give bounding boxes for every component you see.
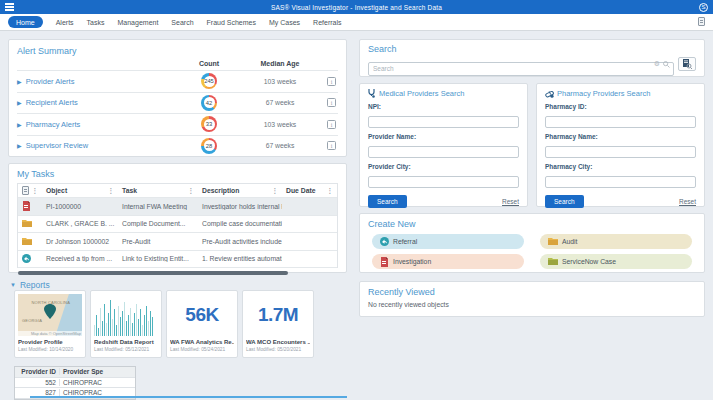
chevron-right-icon[interactable]: ▶: [17, 78, 22, 85]
reports-title: Reports: [20, 280, 50, 290]
task-column-header[interactable]: Task: [122, 187, 137, 194]
provider-specialty: CHIROPRAC: [59, 379, 135, 386]
pharmacy-search-button[interactable]: Search: [545, 195, 584, 208]
sas-badge-icon[interactable]: S: [699, 3, 708, 12]
column-menu-icon[interactable]: ⋮: [32, 187, 39, 195]
create-referral-button[interactable]: Referral: [372, 234, 524, 249]
page-report-icon[interactable]: [698, 17, 705, 27]
tasks-table: ⋮ Object⋮ Task⋮ Description⋮ Due Date⋮ P…: [17, 183, 338, 268]
column-menu-icon[interactable]: ⋮: [188, 187, 195, 195]
search-panel: Search ⚙: [359, 39, 705, 77]
task-row[interactable]: Received a tip from ... Link to Existing…: [18, 251, 337, 269]
object-column-header[interactable]: Object: [46, 187, 67, 194]
chevron-right-icon[interactable]: ▶: [17, 142, 22, 149]
map-attribution: Map data © OpenStreetMap: [18, 331, 82, 336]
create-servicenow-button[interactable]: ServiceNow Case: [540, 254, 692, 269]
alert-count-ring: 28: [201, 138, 217, 154]
report-card-redshift[interactable]: Redshift Data Report Last Modified: 05/1…: [90, 290, 162, 358]
provider-city-input[interactable]: [368, 176, 519, 188]
search-panel-title: Search: [368, 44, 696, 54]
pharmacy-search-title: Pharmacy Providers Search: [557, 89, 650, 98]
nav-item-alerts[interactable]: Alerts: [56, 19, 74, 26]
nav-item-search[interactable]: Search: [171, 19, 193, 26]
report-card-mco-encounters[interactable]: 1.7M WA MCO Encounters ... Last Modified…: [242, 290, 314, 358]
provider-table-header: Provider ID Provider Spe: [15, 367, 135, 378]
task-row[interactable]: Dr Johnson 1000002 Pre-Audit Pre-Audit a…: [18, 233, 337, 251]
alert-link-pharmacy[interactable]: ▶Pharmacy Alerts: [17, 120, 170, 129]
create-audit-button[interactable]: Audit: [540, 234, 692, 249]
medical-search-title: Medical Providers Search: [379, 89, 464, 98]
info-icon[interactable]: i: [327, 77, 336, 86]
alert-link-provider[interactable]: ▶Provider Alerts: [17, 77, 170, 86]
info-icon[interactable]: i: [327, 141, 336, 150]
count-column-header: Count: [170, 60, 248, 67]
reports-section-toggle[interactable]: ▼ Reports: [10, 280, 50, 290]
advanced-search-button[interactable]: [678, 57, 696, 71]
pharmacy-id-input[interactable]: [545, 116, 696, 128]
alert-row-recipient: ▶Recipient Alerts 42 67 weeks i: [17, 92, 338, 114]
column-menu-icon[interactable]: ⋮: [272, 187, 279, 195]
object-type-icon: [22, 186, 29, 195]
alert-link-recipient[interactable]: ▶Recipient Alerts: [17, 98, 170, 107]
create-investigation-button[interactable]: Investigation: [372, 254, 524, 269]
alert-summary-title: Alert Summary: [17, 46, 338, 56]
task-name: Compile Document...: [118, 220, 198, 227]
task-row[interactable]: PI-1000000 Internal FWA Meeting Investig…: [18, 198, 337, 216]
alert-link-supervisor[interactable]: ▶Supervisor Review: [17, 141, 170, 150]
alert-summary-panel: Alert Summary Count Median Age ▶Provider…: [8, 39, 347, 157]
kpi-value: 1.7M: [246, 294, 310, 336]
pharmacy-icon: [545, 89, 554, 98]
info-icon[interactable]: i: [327, 120, 336, 129]
provider-name-label: Provider Name:: [368, 133, 519, 140]
nav-item-management[interactable]: Management: [118, 19, 159, 26]
task-object: Received a tip from ...: [42, 255, 118, 262]
bar-chart-thumbnail: [94, 294, 158, 336]
create-new-title: Create New: [368, 219, 696, 229]
column-menu-icon[interactable]: ⋮: [108, 187, 115, 195]
medical-icon: [368, 89, 376, 98]
pharmacy-providers-search-panel: Pharmacy Providers Search Pharmacy ID: P…: [536, 83, 705, 207]
pharmacy-name-input[interactable]: [545, 146, 696, 158]
provider-row[interactable]: 552 CHIROPRAC: [15, 378, 135, 389]
medical-reset-link[interactable]: Reset: [502, 198, 519, 205]
alert-count-ring: 42: [201, 95, 217, 111]
alert-count-ring: 245: [201, 73, 217, 89]
map-state-label: GEORGIA: [22, 318, 42, 323]
medical-search-button[interactable]: Search: [368, 195, 407, 208]
menu-icon[interactable]: [5, 3, 14, 11]
due-date-column-header[interactable]: Due Date: [286, 187, 315, 194]
provider-name-input[interactable]: [368, 146, 519, 158]
description-column-header[interactable]: Description: [202, 187, 239, 194]
task-description: Compile case documentation: [198, 220, 282, 227]
chevron-right-icon[interactable]: ▶: [17, 99, 22, 106]
nav-item-tasks[interactable]: Tasks: [87, 19, 105, 26]
report-title: Provider Profile: [18, 339, 82, 345]
map-pin-icon: [44, 304, 56, 319]
referral-icon: [22, 254, 31, 263]
column-menu-icon[interactable]: ⋮: [327, 187, 334, 195]
median-age-value: 67 weeks: [248, 142, 312, 149]
nav-item-referrals[interactable]: Referrals: [313, 19, 341, 26]
report-card-provider-profile[interactable]: NORTH CAROLINA GEORGIA Map data © OpenSt…: [14, 290, 86, 358]
npi-input[interactable]: [368, 116, 519, 128]
horizontal-scrollbar[interactable]: [18, 271, 288, 275]
report-title: Redshift Data Report: [94, 339, 158, 345]
task-object: Dr Johnson 1000002: [42, 238, 118, 245]
pharmacy-city-label: Pharmacy City:: [545, 163, 696, 170]
task-row[interactable]: CLARK , GRACE B. ... Compile Document...…: [18, 216, 337, 234]
recently-viewed-empty-message: No recently viewed objects: [368, 301, 696, 308]
nav-item-home[interactable]: Home: [8, 16, 43, 28]
kpi-value: 56K: [170, 294, 234, 336]
nav-item-my-cases[interactable]: My Cases: [269, 19, 300, 26]
report-card-fwa-analytics[interactable]: 56K WA FWA Analytics Re... Last Modified…: [166, 290, 238, 358]
pharmacy-reset-link[interactable]: Reset: [679, 198, 696, 205]
npi-label: NPI:: [368, 103, 519, 110]
my-tasks-title: My Tasks: [17, 169, 338, 179]
pharmacy-city-input[interactable]: [545, 176, 696, 188]
search-settings-icon[interactable]: ⚙: [654, 60, 660, 68]
nav-item-fraud-schemes[interactable]: Fraud Schemes: [207, 19, 256, 26]
info-icon[interactable]: i: [327, 98, 336, 107]
search-icon[interactable]: [663, 61, 670, 68]
global-search-input[interactable]: [368, 62, 674, 76]
chevron-right-icon[interactable]: ▶: [17, 121, 22, 128]
